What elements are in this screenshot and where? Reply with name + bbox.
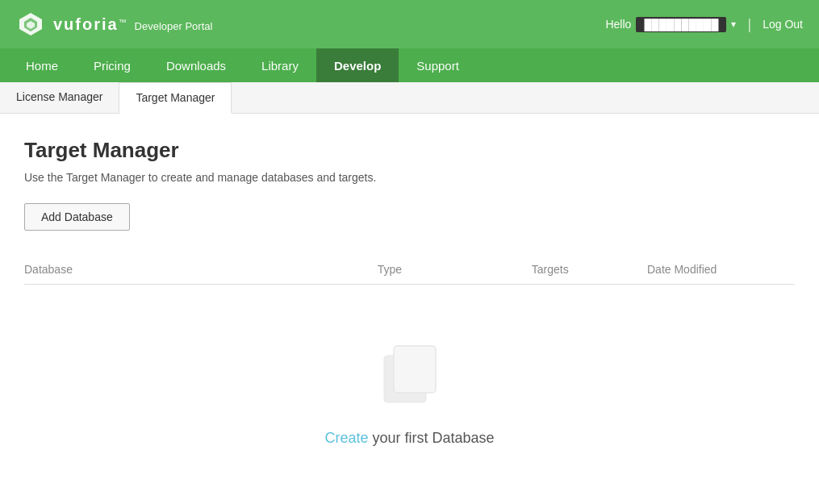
- logo-text-group: vuforia™ Developer Portal: [53, 15, 212, 34]
- top-bar: vuforia™ Developer Portal Hello ████████…: [0, 0, 819, 48]
- user-dropdown-arrow[interactable]: ▾: [731, 19, 736, 30]
- vertical-divider: |: [747, 16, 751, 33]
- empty-state-message: Create your first Database: [324, 430, 494, 447]
- subnav-license-manager[interactable]: License Manager: [0, 82, 119, 113]
- sub-nav: License Manager Target Manager: [0, 82, 819, 114]
- nav-bar: Home Pricing Downloads Library Develop S…: [0, 48, 819, 82]
- username-display: ██████████: [636, 17, 726, 32]
- empty-database-icon: [370, 333, 450, 414]
- create-database-link[interactable]: Create: [324, 430, 368, 446]
- empty-state-suffix: your first Database: [368, 430, 494, 446]
- nav-item-downloads[interactable]: Downloads: [148, 48, 244, 82]
- nav-item-library[interactable]: Library: [244, 48, 316, 82]
- table-header-row: Database Type Targets Date Modified: [24, 255, 795, 285]
- empty-state: Create your first Database: [24, 285, 795, 479]
- page-description: Use the Target Manager to create and man…: [24, 171, 795, 184]
- nav-item-develop[interactable]: Develop: [316, 48, 399, 82]
- nav-item-home[interactable]: Home: [8, 48, 76, 82]
- col-targets: Targets: [525, 255, 641, 285]
- logout-button[interactable]: Log Out: [763, 18, 803, 31]
- database-table: Database Type Targets Date Modified: [24, 255, 795, 285]
- user-greeting: Hello ██████████ ▾: [605, 17, 736, 32]
- subnav-target-manager[interactable]: Target Manager: [119, 82, 232, 114]
- main-content: Target Manager Use the Target Manager to…: [0, 114, 819, 503]
- page-title: Target Manager: [24, 138, 795, 163]
- nav-item-pricing[interactable]: Pricing: [76, 48, 148, 82]
- svg-rect-4: [394, 346, 436, 393]
- nav-item-support[interactable]: Support: [399, 48, 477, 82]
- logo-area: vuforia™ Developer Portal: [16, 10, 212, 39]
- user-area: Hello ██████████ ▾ | Log Out: [605, 16, 803, 33]
- add-database-button[interactable]: Add Database: [24, 203, 130, 231]
- col-type: Type: [371, 255, 525, 285]
- logo-tm: ™: [119, 18, 127, 27]
- hello-label: Hello: [605, 18, 631, 31]
- col-database: Database: [24, 255, 371, 285]
- logo-name: vuforia: [53, 15, 119, 33]
- col-date-modified: Date Modified: [641, 255, 795, 285]
- portal-label: Developer Portal: [135, 20, 213, 32]
- vuforia-logo-icon: [16, 10, 45, 39]
